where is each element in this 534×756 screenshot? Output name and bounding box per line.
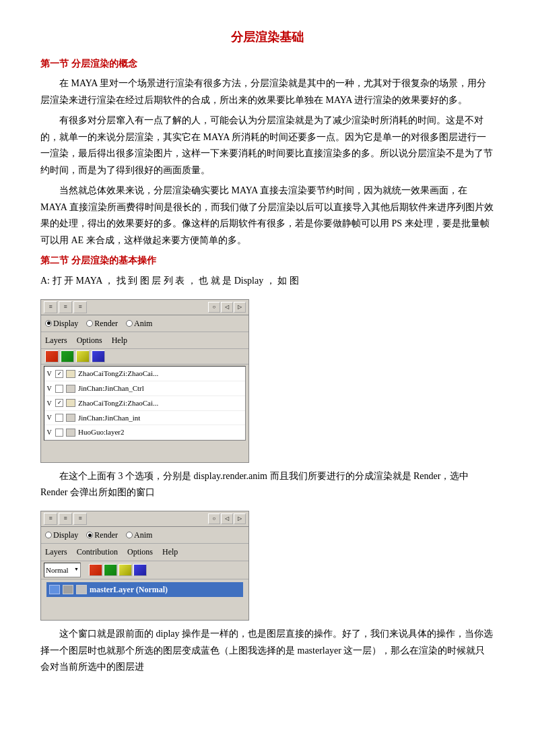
section1-para2: 有很多对分层窜入有一点了解的人，可能会认为分层渲染就是为了减少渲染时所消耗的时间…	[40, 113, 494, 179]
toolbar-icon-circle[interactable]: ○	[208, 302, 220, 313]
toolbar2-right-icons: ○ ◁ ▷	[208, 513, 246, 524]
radio2-label-render: Render	[94, 528, 118, 542]
toolbar-btn-2[interactable]: ≡	[59, 301, 72, 313]
menu2-options[interactable]: Options	[126, 544, 154, 559]
radio2-label-display: Display	[53, 528, 78, 542]
window2-toolbar: ≡ ≡ ≡ ○ ◁ ▷	[41, 511, 248, 527]
radio-label-anim: Anim	[134, 317, 152, 330]
list-row-5[interactable]: V HuoGuo:layer2	[44, 425, 245, 440]
toolbar-right-icons: ○ ◁ ▷	[208, 302, 246, 313]
check-3[interactable]: ✓	[55, 399, 63, 407]
window1-list: V ✓ ZhaoCaiTongZi:ZhaoCai... V JinChan:J…	[44, 366, 246, 440]
render-window: ≡ ≡ ≡ ○ ◁ ▷ Display Render Anim Layers C…	[40, 511, 249, 621]
radio-render[interactable]: Render	[86, 317, 118, 330]
layer-name-4: JinChan:JinChan_int	[78, 412, 140, 424]
window1-menubar: Layers Options Help	[41, 332, 248, 349]
toolbar-btn-3[interactable]: ≡	[73, 301, 87, 313]
section1-heading: 第一节 分层渲染的概念	[40, 56, 494, 72]
toolbar2-icon-circle[interactable]: ○	[208, 513, 220, 524]
normal-label: Normal	[46, 564, 69, 577]
list-row-1[interactable]: V ✓ ZhaoCaiTongZi:ZhaoCai...	[44, 367, 245, 381]
icon2-yellow[interactable]	[119, 564, 132, 576]
icon2-blue[interactable]	[133, 564, 147, 576]
toolbar2-btn-3[interactable]: ≡	[73, 513, 87, 525]
check-1[interactable]: ✓	[55, 370, 63, 378]
layer-name-1: ZhaoCaiTongZi:ZhaoCai...	[78, 367, 158, 380]
radio2-label-anim: Anim	[134, 528, 152, 542]
radio-circle-render	[86, 320, 93, 327]
menu-options[interactable]: Options	[75, 333, 104, 348]
toolbar2-icon-forward[interactable]: ▷	[234, 513, 246, 524]
toolbar2-btn-2[interactable]: ≡	[59, 513, 72, 525]
check-5[interactable]	[55, 429, 63, 437]
v-label-5: V	[46, 427, 53, 438]
window2-menubar: Layers Contribution Options Help	[41, 544, 248, 561]
after-text: 这个窗口就是跟前面的 diplay 操作是一样的，也是图层直接的操作。好了，我们…	[40, 626, 494, 676]
masterlayer-row[interactable]: masterLayer (Normal)	[46, 582, 243, 597]
check-4[interactable]	[55, 414, 63, 422]
icon-yellow-layer[interactable]	[76, 350, 90, 363]
masterlayer-icon1	[49, 585, 60, 594]
v-label-2: V	[46, 383, 53, 394]
menu2-layers[interactable]: Layers	[44, 544, 69, 559]
radio-circle-anim	[126, 320, 133, 327]
window1-toolbar: ≡ ≡ ≡ ○ ◁ ▷	[41, 300, 248, 315]
menu-layers[interactable]: Layers	[44, 333, 69, 348]
icon2-red[interactable]	[89, 564, 102, 576]
v-label-3: V	[46, 398, 53, 409]
masterlayer-label: masterLayer (Normal)	[90, 583, 168, 596]
section2-intro: A: 打 开 MAYA ， 找 到 图 层 列 表 ， 也 就 是 Displa…	[40, 273, 494, 290]
check-2[interactable]	[55, 385, 63, 393]
toolbar-btn-1[interactable]: ≡	[44, 301, 57, 313]
radio2-circle-render	[86, 532, 93, 538]
icon-blue-layer[interactable]	[92, 350, 105, 363]
radio2-anim[interactable]: Anim	[126, 528, 152, 542]
menu2-help[interactable]: Help	[161, 544, 179, 559]
toolbar-icon-back[interactable]: ◁	[221, 302, 233, 313]
window2-icon-bar	[89, 564, 147, 576]
window2-normal-toolbar: Normal ▼	[41, 561, 248, 580]
radio-label-render: Render	[94, 317, 118, 330]
v-label-1: V	[46, 368, 53, 379]
icon-red-layer[interactable]	[45, 350, 59, 363]
window2-footer	[41, 600, 248, 620]
window2-list-area: masterLayer (Normal)	[41, 579, 248, 600]
radio2-display[interactable]: Display	[45, 528, 78, 542]
window2-radio-row: Display Render Anim	[41, 527, 248, 544]
icon2-green[interactable]	[104, 564, 117, 576]
between-text: 在这个上面有 3 个选项，分别是 display.render.anim 而且我…	[40, 468, 494, 501]
menu2-contribution[interactable]: Contribution	[75, 544, 119, 559]
radio-display[interactable]: Display	[45, 317, 78, 330]
layer-icon-5	[66, 429, 75, 437]
radio2-circle-anim	[126, 532, 133, 538]
list-row-2[interactable]: V JinChan:JinChan_Ctrl	[44, 381, 245, 396]
toolbar2-icon-back[interactable]: ◁	[221, 513, 233, 524]
layer-icon-1	[66, 370, 75, 378]
radio-anim[interactable]: Anim	[126, 317, 152, 330]
layer-name-5: HuoGuo:layer2	[78, 426, 124, 439]
normal-dropdown[interactable]: Normal ▼	[44, 563, 81, 578]
masterlayer-icon3	[76, 585, 87, 594]
radio-circle-display	[45, 320, 52, 327]
section2-heading: 第二节 分层渲染的基本操作	[40, 253, 494, 269]
layer-name-2: JinChan:JinChan_Ctrl	[78, 382, 144, 395]
layer-icon-3	[66, 399, 75, 407]
toolbar-icon-forward[interactable]: ▷	[234, 302, 246, 313]
section1-para3: 当然就总体效果来说，分层渲染确实要比 MAYA 直接去渲染要节约时间，因为就统一…	[40, 183, 494, 249]
menu-help[interactable]: Help	[110, 333, 129, 348]
list-row-3[interactable]: V ✓ ZhaoCaiTongZi:ZhaoCai...	[44, 396, 245, 411]
radio2-circle-display	[45, 532, 52, 538]
masterlayer-icon2	[63, 585, 73, 594]
radio2-render[interactable]: Render	[86, 528, 118, 542]
section1-para1: 在 MAYA 里对一个场景进行渲染有很多方法，分层渲染就是其中的一种，尤其对于很…	[40, 75, 494, 108]
page-title: 分层渲染基础	[40, 27, 494, 48]
window1-icon-bar	[41, 349, 248, 365]
list-row-4[interactable]: V JinChan:JinChan_int	[44, 411, 245, 426]
window1-body-padding	[41, 442, 248, 462]
toolbar2-btn-1[interactable]: ≡	[44, 513, 57, 525]
radio-label-display: Display	[53, 317, 78, 330]
dropdown-arrow: ▼	[74, 566, 79, 574]
v-label-4: V	[46, 412, 53, 423]
layer-name-3: ZhaoCaiTongZi:ZhaoCai...	[78, 397, 158, 410]
icon-green-layer[interactable]	[61, 350, 74, 363]
